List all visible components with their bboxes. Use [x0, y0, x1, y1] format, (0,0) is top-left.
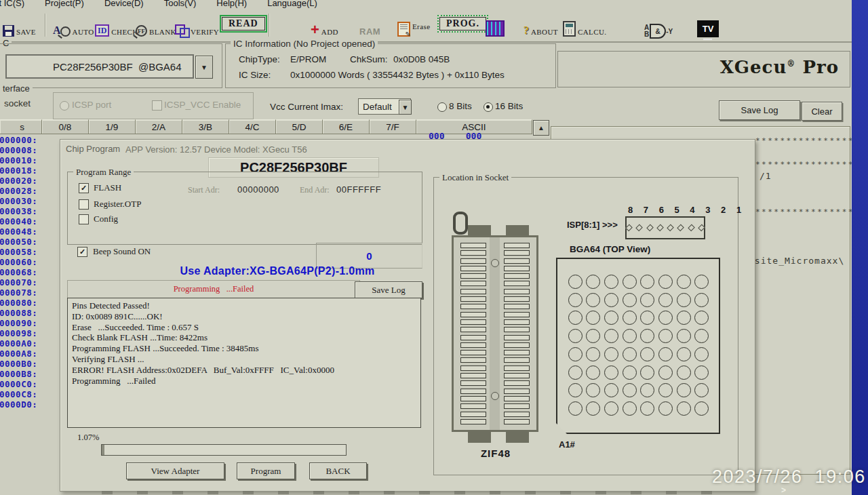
bga-ball [694, 329, 709, 343]
menu-item[interactable]: Help(H) [216, 0, 247, 9]
clear-button[interactable]: Clear [802, 102, 842, 121]
column-header[interactable]: 4/C [229, 119, 276, 134]
view-adapter-button[interactable]: View Adapter [126, 462, 224, 479]
16bits-radio[interactable] [484, 102, 493, 112]
column-header[interactable]: 5/D [276, 119, 323, 134]
bga-ball [677, 347, 691, 361]
back-button[interactable]: BACK [309, 462, 367, 479]
check-button[interactable]: ID CHECK [95, 14, 138, 37]
address-row: 00000A8: [0, 349, 56, 359]
add-label: ADD [321, 28, 338, 37]
device-dropdown-button[interactable]: ▼ [195, 56, 213, 79]
end-adr-value[interactable]: 00FFFFFF [336, 184, 381, 195]
chip-button[interactable] [486, 14, 505, 37]
menu-item[interactable]: Tools(V) [164, 0, 197, 9]
save-button[interactable]: SAVE [3, 14, 36, 37]
column-header[interactable]: 7/F [370, 119, 416, 134]
menu-bar: Select IC(S)Project(P)Device(D)Tools(V)H… [0, 0, 852, 9]
timestamp-arrow: > [781, 486, 786, 495]
menu-item[interactable]: Language(L) [267, 0, 317, 9]
grid-header-cols: 0/81/92/A3/B4/C5/D6/E7/F [42, 119, 416, 134]
column-header[interactable]: 0/8 [42, 119, 89, 134]
read-button[interactable]: READ [220, 15, 267, 33]
auto-button[interactable]: A AUTO [53, 14, 94, 37]
vcc-dropdown-button[interactable]: ▼ [399, 100, 412, 115]
zif-rail-hole [491, 392, 499, 400]
device-combobox[interactable]: PC28F256P30BF @BGA64 [5, 54, 194, 79]
8bits-radio[interactable] [437, 102, 447, 112]
save-log-button-dialog[interactable]: Save Log [355, 281, 422, 298]
column-header[interactable]: 2/A [136, 119, 182, 134]
menu-item[interactable]: Select IC(S) [0, 0, 24, 9]
menu-item[interactable]: Device(D) [104, 0, 144, 9]
zif-slot [460, 419, 486, 424]
question-icon: ? [524, 24, 529, 37]
bga-ball [586, 329, 600, 343]
about-button[interactable]: ? ABOUT [524, 14, 558, 37]
address-column-header[interactable]: s [0, 119, 42, 134]
bga-ball [677, 293, 691, 307]
log-box[interactable]: Pins Detected Passed!ID: 0x0089 891C....… [67, 298, 421, 428]
chip-type-value: E/PROM [290, 54, 326, 64]
isp-pin [656, 224, 664, 232]
icsp-vcc-checkbox[interactable] [152, 100, 162, 111]
logic-calc-button[interactable]: AB & -Y [644, 16, 673, 39]
bga-ball [640, 347, 654, 361]
column-header[interactable]: 1/9 [89, 119, 136, 134]
log-line: Pins Detected Passed! [72, 300, 416, 311]
zif-socket-icon [452, 235, 538, 432]
address-row: 0000000: [0, 135, 56, 145]
zif-slot [460, 273, 486, 279]
add-button[interactable]: + ADD [311, 14, 338, 37]
config-checkbox[interactable] [79, 214, 89, 224]
zif-slot [504, 419, 530, 424]
ic-info-title: IC Information (No Project opened) [231, 39, 378, 49]
8bits-label: 8 Bits [449, 101, 472, 111]
isp-label: ISP[8:1] >>> [567, 220, 618, 230]
zif-slot [504, 289, 530, 294]
address-row: 0000048: [0, 226, 56, 237]
bga-ball [677, 329, 691, 343]
erase-button[interactable]: Erase [397, 14, 430, 37]
zif-slot [460, 327, 486, 332]
bga-grid [556, 258, 720, 434]
icsp-port-radio[interactable] [60, 101, 69, 111]
toolbar: SAVE A AUTO ID CHECK FF BLANK VERIFY REA… [0, 9, 852, 43]
zif-slot [504, 319, 530, 325]
end-adr-label: End Adr: [300, 185, 330, 195]
address-row: 0000080: [0, 298, 56, 308]
isp-pin [625, 224, 633, 232]
bga-ball [658, 311, 673, 325]
blank-button[interactable]: FF BLANK [136, 14, 176, 37]
register-otp-checkbox[interactable] [79, 199, 89, 210]
zif-slot [460, 296, 486, 302]
program-button[interactable]: Program [237, 462, 295, 479]
chip-icon [486, 20, 505, 37]
ram-button[interactable]: RAM [359, 14, 380, 37]
id-check-icon: ID [95, 24, 109, 37]
verify-button[interactable]: VERIFY [175, 14, 219, 37]
progress-fill [102, 445, 104, 455]
zif-slot [460, 243, 486, 248]
save-log-button-top[interactable]: Save Log [719, 100, 800, 120]
flash-checkbox[interactable]: ✓ [79, 183, 89, 193]
a1-pin-label: A1# [559, 439, 575, 450]
calcu-button[interactable]: CALCU. [563, 14, 606, 37]
zif-slot [504, 304, 530, 309]
zif-slot [460, 289, 486, 294]
bga-ball [604, 401, 618, 416]
prog-button[interactable]: PROG. [437, 15, 488, 33]
prog-label: PROG. [439, 17, 486, 31]
tv-button[interactable]: TV [697, 14, 719, 37]
address-row: 00000C8: [0, 389, 56, 399]
column-header[interactable]: 6/E [323, 119, 370, 134]
menu-item[interactable]: Project(P) [45, 0, 84, 9]
bga-ball [568, 365, 583, 380]
ic-size-value: 0x1000000 Words ( 33554432 Bytes ) + 0x1… [290, 70, 505, 80]
beep-checkbox[interactable]: ✓ [77, 247, 87, 257]
address-row: 0000058: [0, 247, 56, 257]
zif-slot [460, 342, 486, 348]
start-adr-value[interactable]: 00000000 [237, 184, 279, 195]
bga-ball [604, 383, 618, 397]
column-header[interactable]: 3/B [182, 119, 229, 134]
